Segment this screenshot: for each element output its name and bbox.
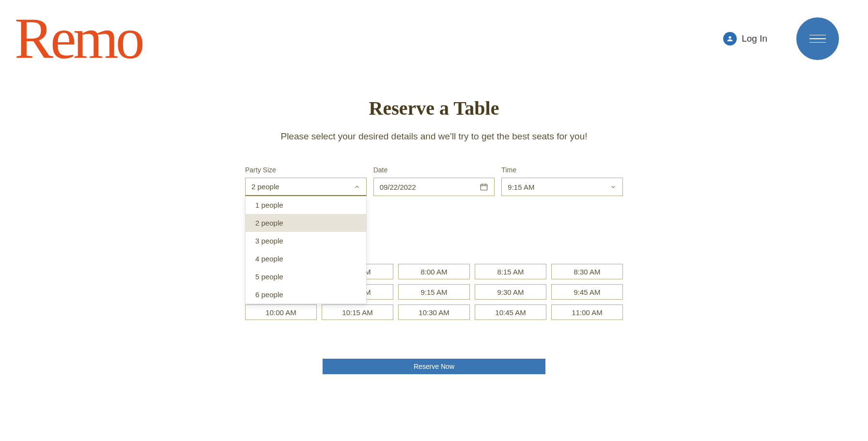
page-title: Reserve a Table: [245, 97, 623, 120]
time-slot[interactable]: 11:00 AM: [551, 304, 623, 320]
time-slot[interactable]: 9:45 AM: [551, 284, 623, 300]
login-button[interactable]: Log In: [723, 32, 767, 46]
chevron-down-icon: [610, 183, 617, 190]
reserve-now-button[interactable]: Reserve Now: [323, 359, 545, 374]
header: Remo Log In: [0, 0, 868, 77]
time-slot[interactable]: 9:30 AM: [475, 284, 546, 300]
time-group: Time 9:15 AM: [501, 166, 623, 196]
time-slot[interactable]: 10:45 AM: [475, 304, 546, 320]
time-slot[interactable]: 9:15 AM: [398, 284, 470, 300]
party-size-group: Party Size 2 people 1 people 2 people 3 …: [245, 166, 367, 196]
party-size-option[interactable]: 3 people: [246, 232, 366, 250]
party-size-label: Party Size: [245, 166, 367, 174]
party-size-option[interactable]: 6 people: [246, 286, 366, 304]
date-group: Date 09/22/2022: [373, 166, 495, 196]
time-slot[interactable]: 10:00 AM: [245, 304, 317, 320]
user-icon: [723, 32, 737, 46]
time-slot[interactable]: 10:30 AM: [398, 304, 470, 320]
hamburger-line-icon: [809, 38, 826, 39]
hamburger-line-icon: [809, 42, 826, 43]
time-slot[interactable]: 8:00 AM: [398, 264, 470, 279]
party-size-option[interactable]: 1 people: [246, 196, 366, 214]
logo[interactable]: Remo: [15, 10, 142, 68]
header-right: Log In: [723, 17, 839, 60]
party-size-option[interactable]: 2 people: [246, 214, 366, 232]
main-content: Reserve a Table Please select your desir…: [245, 97, 623, 374]
time-label: Time: [501, 166, 623, 174]
chevron-up-icon: [354, 183, 360, 190]
time-slot[interactable]: 8:15 AM: [475, 264, 546, 279]
party-size-option[interactable]: 5 people: [246, 268, 366, 286]
hamburger-line-icon: [809, 35, 826, 36]
login-label: Log In: [742, 33, 767, 44]
time-select[interactable]: 9:15 AM: [501, 178, 623, 196]
party-size-option[interactable]: 4 people: [246, 250, 366, 268]
calendar-icon: [480, 182, 488, 191]
time-slot[interactable]: 8:30 AM: [551, 264, 623, 279]
hamburger-menu-button[interactable]: [796, 17, 839, 60]
reservation-form: Party Size 2 people 1 people 2 people 3 …: [245, 166, 623, 196]
time-value: 9:15 AM: [508, 183, 534, 191]
date-value: 09/22/2022: [380, 183, 416, 191]
party-size-dropdown: 1 people 2 people 3 people 4 people 5 pe…: [245, 196, 367, 304]
date-input[interactable]: 09/22/2022: [373, 178, 495, 196]
party-size-value: 2 people: [251, 182, 279, 191]
svg-rect-0: [481, 184, 488, 190]
party-size-select[interactable]: 2 people: [245, 178, 367, 196]
page-subtitle: Please select your desired details and w…: [245, 131, 623, 142]
date-label: Date: [373, 166, 495, 174]
time-slot[interactable]: 10:15 AM: [322, 304, 393, 320]
